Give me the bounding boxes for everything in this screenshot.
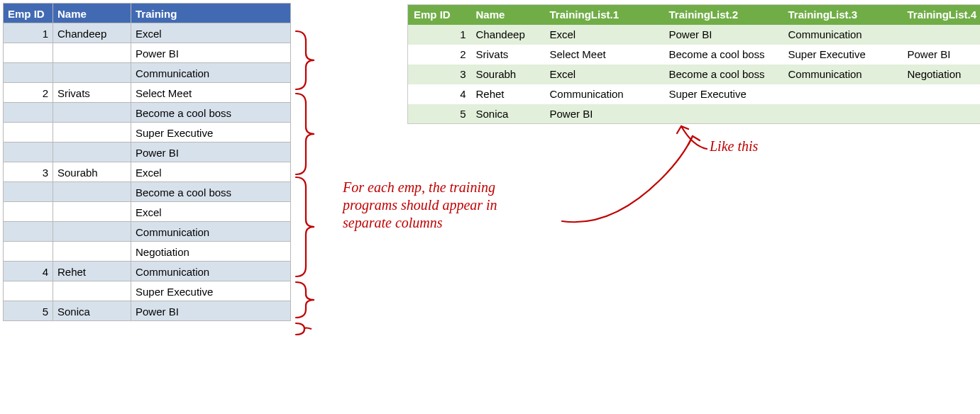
dst-cell-t4: Power BI bbox=[902, 45, 981, 65]
dst-cell-t3: Communication bbox=[783, 65, 902, 84]
src-cell-name: Sonica bbox=[53, 301, 131, 321]
dst-cell-t1: Excel bbox=[544, 65, 664, 84]
src-cell-train: Communication bbox=[131, 63, 291, 83]
src-cell-name bbox=[53, 182, 131, 202]
dst-cell-name: Sonica bbox=[470, 104, 544, 124]
dst-cell-t1: Power BI bbox=[544, 104, 664, 124]
src-cell-emp: 3 bbox=[4, 162, 53, 182]
src-cell-emp: 5 bbox=[4, 301, 53, 321]
pivot-table: Emp ID Name TrainingList.1 TrainingList.… bbox=[407, 4, 980, 124]
src-cell-emp: 2 bbox=[4, 83, 53, 103]
table-row: 3SourabhExcel bbox=[4, 162, 291, 182]
dst-cell-emp: 2 bbox=[408, 45, 470, 65]
src-header-training: Training bbox=[131, 4, 291, 23]
dst-header-t1: TrainingList.1 bbox=[544, 5, 664, 25]
src-cell-emp: 1 bbox=[4, 23, 53, 43]
dst-header-name: Name bbox=[470, 5, 544, 25]
source-table: Emp ID Name Training 1ChandeepExcelPower… bbox=[3, 3, 291, 321]
table-row: 2SrivatsSelect Meet bbox=[4, 83, 291, 103]
src-cell-emp bbox=[4, 43, 53, 63]
src-cell-train: Excel bbox=[131, 162, 291, 182]
src-cell-name bbox=[53, 202, 131, 222]
table-row: Power BI bbox=[4, 43, 291, 63]
src-cell-emp bbox=[4, 182, 53, 202]
dst-cell-t4: Negotiation bbox=[902, 65, 981, 84]
source-header-row: Emp ID Name Training bbox=[4, 4, 291, 23]
dst-cell-t2: Power BI bbox=[664, 25, 783, 45]
table-row: Super Executive bbox=[4, 281, 291, 301]
dst-cell-emp: 4 bbox=[408, 84, 470, 104]
table-row: 1ChandeepExcelPower BICommunication bbox=[408, 25, 981, 45]
annotation-like-this: Like this bbox=[710, 138, 758, 155]
dst-header-empid: Emp ID bbox=[408, 5, 470, 25]
dst-cell-t1: Select Meet bbox=[544, 45, 664, 65]
table-row: Become a cool boss bbox=[4, 182, 291, 202]
src-cell-name: Sourabh bbox=[53, 162, 131, 182]
table-row: 4RehetCommunication bbox=[4, 262, 291, 281]
table-row: Communication bbox=[4, 222, 291, 242]
dst-cell-name: Chandeep bbox=[470, 25, 544, 45]
src-cell-train: Excel bbox=[131, 202, 291, 222]
src-cell-emp bbox=[4, 63, 53, 83]
src-cell-train: Become a cool boss bbox=[131, 182, 291, 202]
src-cell-name: Chandeep bbox=[53, 23, 131, 43]
table-row: 1ChandeepExcel bbox=[4, 23, 291, 43]
dst-cell-emp: 1 bbox=[408, 25, 470, 45]
src-cell-emp bbox=[4, 123, 53, 142]
src-cell-emp bbox=[4, 281, 53, 301]
src-cell-emp bbox=[4, 142, 53, 162]
table-row: Become a cool boss bbox=[4, 103, 291, 123]
src-cell-name bbox=[53, 123, 131, 142]
src-cell-name bbox=[53, 281, 131, 301]
dst-cell-t4 bbox=[902, 25, 981, 45]
dst-cell-t2: Become a cool boss bbox=[664, 45, 783, 65]
src-cell-train: Power BI bbox=[131, 142, 291, 162]
dst-cell-t3: Super Executive bbox=[783, 45, 902, 65]
src-cell-emp: 4 bbox=[4, 262, 53, 281]
dst-cell-t3: Communication bbox=[783, 25, 902, 45]
src-header-name: Name bbox=[53, 4, 131, 23]
pivot-header-row: Emp ID Name TrainingList.1 TrainingList.… bbox=[408, 5, 981, 25]
src-cell-train: Excel bbox=[131, 23, 291, 43]
table-row: Super Executive bbox=[4, 123, 291, 142]
table-row: Excel bbox=[4, 202, 291, 222]
dst-header-t2: TrainingList.2 bbox=[664, 5, 783, 25]
dst-cell-emp: 3 bbox=[408, 65, 470, 84]
src-cell-name bbox=[53, 43, 131, 63]
src-cell-train: Select Meet bbox=[131, 83, 291, 103]
table-row: Power BI bbox=[4, 142, 291, 162]
src-cell-emp bbox=[4, 222, 53, 242]
dst-cell-t1: Excel bbox=[544, 25, 664, 45]
src-cell-name bbox=[53, 63, 131, 83]
dst-cell-emp: 5 bbox=[408, 104, 470, 124]
src-cell-name bbox=[53, 103, 131, 123]
dst-cell-t1: Communication bbox=[544, 84, 664, 104]
src-cell-name bbox=[53, 222, 131, 242]
src-cell-train: Power BI bbox=[131, 43, 291, 63]
src-cell-train: Communication bbox=[131, 262, 291, 281]
src-cell-name: Srivats bbox=[53, 83, 131, 103]
table-row: 3SourabhExcelBecome a cool bossCommunica… bbox=[408, 65, 981, 84]
dst-cell-t4 bbox=[902, 84, 981, 104]
src-cell-name: Rehet bbox=[53, 262, 131, 281]
src-cell-train: Negotiation bbox=[131, 242, 291, 262]
src-cell-train: Power BI bbox=[131, 301, 291, 321]
src-header-empid: Emp ID bbox=[4, 4, 53, 23]
dst-cell-name: Srivats bbox=[470, 45, 544, 65]
src-cell-name bbox=[53, 242, 131, 262]
dst-header-t3: TrainingList.3 bbox=[783, 5, 902, 25]
table-row: Negotiation bbox=[4, 242, 291, 262]
dst-cell-t4 bbox=[902, 104, 981, 124]
dst-cell-t2: Super Executive bbox=[664, 84, 783, 104]
src-cell-emp bbox=[4, 103, 53, 123]
table-row: 2SrivatsSelect MeetBecome a cool bossSup… bbox=[408, 45, 981, 65]
table-row: Communication bbox=[4, 63, 291, 83]
dst-cell-name: Rehet bbox=[470, 84, 544, 104]
arrow-main bbox=[559, 126, 701, 225]
src-cell-emp bbox=[4, 202, 53, 222]
dst-cell-t2: Become a cool boss bbox=[664, 65, 783, 84]
dst-header-t4: TrainingList.4 bbox=[902, 5, 981, 25]
src-cell-train: Super Executive bbox=[131, 281, 291, 301]
src-cell-name bbox=[53, 142, 131, 162]
src-cell-train: Communication bbox=[131, 222, 291, 242]
